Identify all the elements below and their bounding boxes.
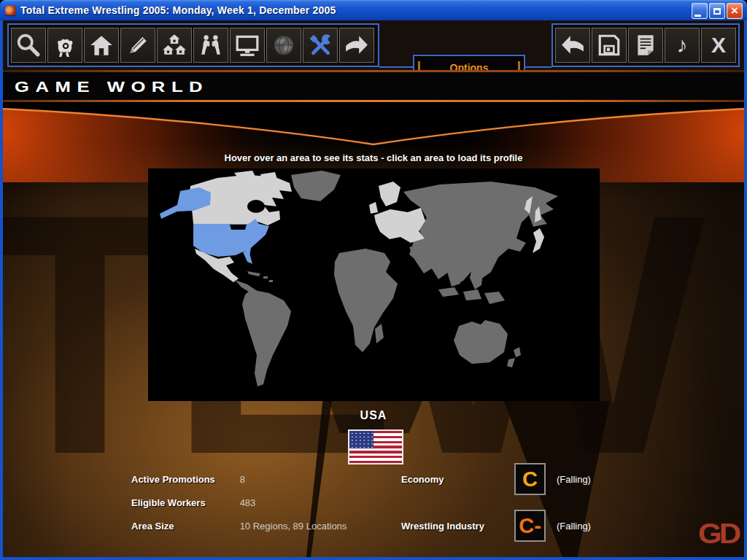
toolbar-connector-left xyxy=(379,66,413,68)
industry-grade: C- xyxy=(519,516,541,537)
back-button[interactable] xyxy=(555,28,590,63)
fist-icon xyxy=(53,33,77,58)
minimize-icon xyxy=(694,15,701,17)
monitor-icon xyxy=(235,33,260,58)
toolbar-right-group: ♪ X xyxy=(551,23,740,67)
stat-row: Area Size 10 Regions, 89 Locations xyxy=(131,521,347,532)
toolbar-connector-right xyxy=(525,66,551,68)
page-title: GAME WORLD xyxy=(15,78,209,96)
economy-trend: (Falling) xyxy=(557,474,591,485)
minimize-button[interactable] xyxy=(692,3,708,19)
home-icon xyxy=(89,33,114,58)
exit-icon: X xyxy=(711,34,726,56)
industry-grade-box: C- xyxy=(514,510,546,542)
save-icon xyxy=(597,33,622,58)
music-note-icon: ♪ xyxy=(677,34,688,56)
tools-icon xyxy=(308,33,333,58)
world-map[interactable] xyxy=(148,168,600,401)
houses-button[interactable] xyxy=(157,28,192,63)
pencil-icon xyxy=(125,33,150,58)
advance-button[interactable] xyxy=(339,28,374,63)
pencil-button[interactable] xyxy=(120,28,155,63)
window-title: Total Extreme Wrestling 2005: Monday, We… xyxy=(20,4,336,16)
stat-value-area-size: 10 Regions, 89 Locations xyxy=(240,521,347,532)
stat-value-eligible-workers: 483 xyxy=(240,497,256,508)
stat-row: Eligible Workers 483 xyxy=(131,497,255,508)
area-name: USA xyxy=(0,409,747,422)
search-button[interactable] xyxy=(11,28,46,63)
map-instruction: Hover over an area to see its stats - cl… xyxy=(0,152,747,163)
back-arrow-icon xyxy=(560,33,585,58)
app-icon xyxy=(5,6,16,15)
flag-canton xyxy=(349,431,374,448)
tools-button[interactable] xyxy=(303,28,338,63)
maximize-icon xyxy=(713,8,721,15)
game-world-screen: TEW Hover over an area to see i xyxy=(0,102,747,557)
fist-button[interactable] xyxy=(47,28,82,63)
page-title-bar: GAME WORLD xyxy=(0,72,747,100)
globe-button[interactable] xyxy=(266,28,301,63)
economy-grade-box: C xyxy=(514,463,546,495)
rating-label-economy: Economy xyxy=(401,474,444,485)
exit-button[interactable]: X xyxy=(701,28,736,63)
toolbar: Options xyxy=(0,20,747,70)
document-icon xyxy=(633,33,658,58)
stat-row: Active Promotions 8 xyxy=(131,474,245,485)
close-icon: × xyxy=(731,4,738,17)
economy-grade: C xyxy=(522,469,538,490)
tew2005-window: Total Extreme Wrestling 2005: Monday, We… xyxy=(0,0,747,560)
stat-value-active-promotions: 8 xyxy=(240,474,245,485)
notes-button[interactable] xyxy=(628,28,663,63)
home-button[interactable] xyxy=(84,28,119,63)
titlebar: Total Extreme Wrestling 2005: Monday, We… xyxy=(0,0,747,20)
stat-label-eligible-workers: Eligible Workers xyxy=(131,497,237,508)
rating-label-wrestling-industry: Wrestling Industry xyxy=(401,521,484,532)
stat-label-active-promotions: Active Promotions xyxy=(131,474,237,485)
page-title-underline xyxy=(0,100,747,102)
greydog-logo: GD xyxy=(698,518,738,550)
stat-label-area-size: Area Size xyxy=(131,521,237,532)
wrestlers-button[interactable] xyxy=(193,28,228,63)
usa-flag xyxy=(348,429,403,464)
industry-trend: (Falling) xyxy=(557,521,591,532)
forward-arrow-icon xyxy=(344,33,369,58)
close-button[interactable]: × xyxy=(727,3,743,19)
monitor-button[interactable] xyxy=(230,28,265,63)
maximize-button[interactable] xyxy=(709,3,725,19)
globe-icon xyxy=(271,33,296,58)
toolbar-left-group xyxy=(7,23,379,67)
music-button[interactable]: ♪ xyxy=(665,28,700,63)
save-button[interactable] xyxy=(592,28,627,63)
houses-icon xyxy=(162,33,187,58)
search-icon xyxy=(16,33,41,58)
wrestlers-icon xyxy=(198,33,223,58)
